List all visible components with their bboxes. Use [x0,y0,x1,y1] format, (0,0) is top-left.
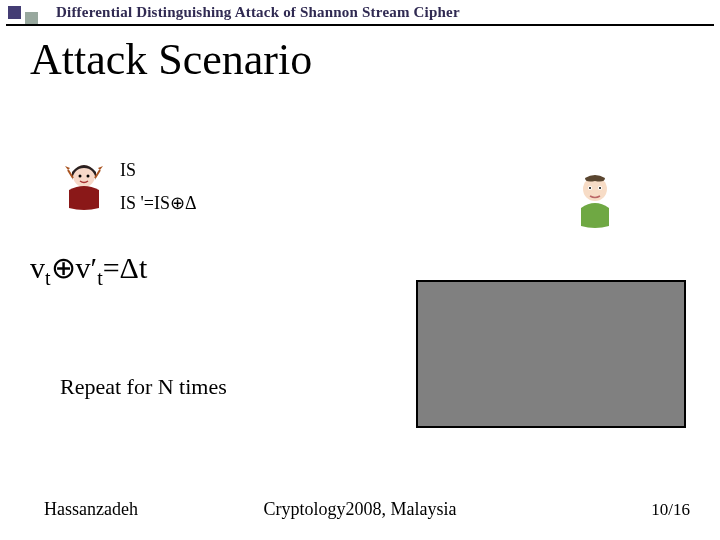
slide-footer: Hassanzadeh Cryptology2008, Malaysia 10/… [0,496,720,520]
header-rule [6,24,714,26]
slide-header: Differential Distinguishing Attack of Sh… [0,0,720,24]
bullet-square-primary-icon [8,6,21,19]
footer-venue: Cryptology2008, Malaysia [0,499,720,520]
is-label: IS [120,160,136,181]
svg-point-6 [589,187,591,189]
attacker-avatar-icon [62,160,106,210]
footer-page-number: 10/16 [651,500,690,520]
placeholder-box-icon [416,280,686,428]
bullet-square-secondary-icon [25,12,38,25]
user-avatar-icon [572,174,618,228]
svg-point-7 [599,187,601,189]
repeat-instruction: Repeat for N times [60,374,227,400]
header-title: Differential Distinguishing Attack of Sh… [56,4,460,21]
svg-point-1 [79,175,82,178]
slide-title: Attack Scenario [30,34,312,85]
svg-point-2 [87,175,90,178]
difference-equation: vt⊕v′t=Δt [30,250,147,290]
is-prime-equation: IS '=IS⊕Δ [120,192,196,214]
